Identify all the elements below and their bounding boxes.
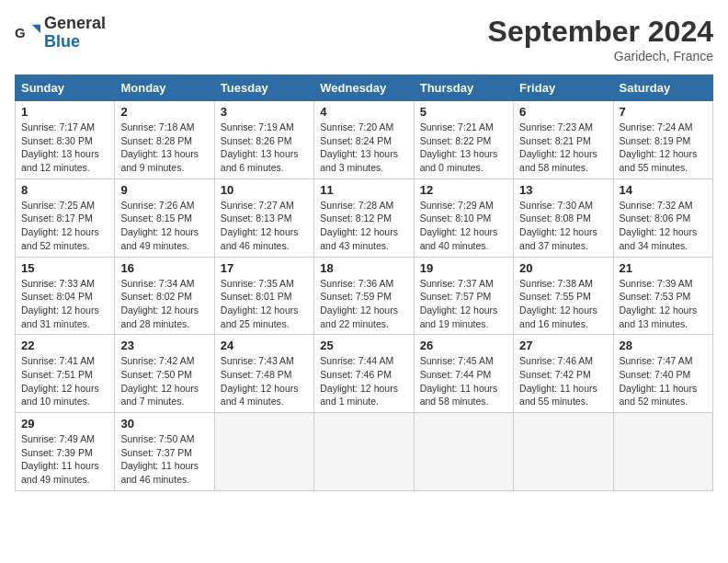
day-info: Sunrise: 7:29 AM Sunset: 8:10 PM Dayligh… xyxy=(420,199,507,253)
day-info: Sunrise: 7:23 AM Sunset: 8:21 PM Dayligh… xyxy=(519,121,607,175)
logo: G General Blue xyxy=(15,15,106,52)
calendar-day-cell: 9 Sunrise: 7:26 AM Sunset: 8:15 PM Dayli… xyxy=(115,178,214,257)
calendar-day-cell: 7 Sunrise: 7:24 AM Sunset: 8:19 PM Dayli… xyxy=(613,101,712,179)
calendar-day-cell: 5 Sunrise: 7:21 AM Sunset: 8:22 PM Dayli… xyxy=(414,101,513,179)
calendar-day-cell: 25 Sunrise: 7:44 AM Sunset: 7:46 PM Dayl… xyxy=(314,335,414,413)
col-header-friday: Friday xyxy=(514,75,613,101)
day-number: 1 xyxy=(21,105,108,119)
day-info: Sunrise: 7:39 AM Sunset: 7:53 PM Dayligh… xyxy=(620,277,707,331)
location: Garidech, France xyxy=(488,49,713,63)
calendar-day-cell: 15 Sunrise: 7:33 AM Sunset: 8:04 PM Dayl… xyxy=(16,257,115,335)
calendar-day-cell: 20 Sunrise: 7:38 AM Sunset: 7:55 PM Dayl… xyxy=(514,257,613,335)
day-number: 4 xyxy=(320,105,407,119)
calendar-week-row: 8 Sunrise: 7:25 AM Sunset: 8:17 PM Dayli… xyxy=(16,178,713,257)
day-info: Sunrise: 7:28 AM Sunset: 8:12 PM Dayligh… xyxy=(320,199,407,253)
day-number: 2 xyxy=(120,105,208,119)
calendar-day-cell: 30 Sunrise: 7:50 AM Sunset: 7:37 PM Dayl… xyxy=(115,413,214,491)
calendar-day-cell: 27 Sunrise: 7:46 AM Sunset: 7:42 PM Dayl… xyxy=(514,335,613,413)
calendar-week-row: 15 Sunrise: 7:33 AM Sunset: 8:04 PM Dayl… xyxy=(16,257,713,335)
day-number: 7 xyxy=(620,105,707,119)
day-number: 10 xyxy=(221,183,308,197)
col-header-wednesday: Wednesday xyxy=(314,75,414,101)
calendar-day-cell: 22 Sunrise: 7:41 AM Sunset: 7:51 PM Dayl… xyxy=(16,335,115,413)
calendar-day-cell: 28 Sunrise: 7:47 AM Sunset: 7:40 PM Dayl… xyxy=(613,335,712,413)
day-info: Sunrise: 7:21 AM Sunset: 8:22 PM Dayligh… xyxy=(420,121,507,175)
day-info: Sunrise: 7:44 AM Sunset: 7:46 PM Dayligh… xyxy=(320,354,407,408)
calendar-day-cell: 21 Sunrise: 7:39 AM Sunset: 7:53 PM Dayl… xyxy=(613,257,712,335)
calendar-day-cell: 8 Sunrise: 7:25 AM Sunset: 8:17 PM Dayli… xyxy=(16,178,115,257)
day-info: Sunrise: 7:20 AM Sunset: 8:24 PM Dayligh… xyxy=(320,121,407,175)
day-info: Sunrise: 7:27 AM Sunset: 8:13 PM Dayligh… xyxy=(221,199,308,253)
day-number: 22 xyxy=(21,339,108,352)
day-number: 19 xyxy=(420,261,507,275)
calendar-day-cell: 26 Sunrise: 7:45 AM Sunset: 7:44 PM Dayl… xyxy=(414,335,513,413)
day-number: 16 xyxy=(120,261,208,275)
calendar-day-cell: 14 Sunrise: 7:32 AM Sunset: 8:06 PM Dayl… xyxy=(613,178,712,257)
day-info: Sunrise: 7:38 AM Sunset: 7:55 PM Dayligh… xyxy=(519,277,607,331)
day-number: 29 xyxy=(21,417,108,431)
day-info: Sunrise: 7:41 AM Sunset: 7:51 PM Dayligh… xyxy=(21,354,108,408)
day-number: 25 xyxy=(320,339,407,352)
day-info: Sunrise: 7:32 AM Sunset: 8:06 PM Dayligh… xyxy=(620,199,707,253)
page-header: G General Blue September 2024 Garidech, … xyxy=(15,15,713,63)
svg-marker-1 xyxy=(32,24,40,32)
calendar-day-cell: 29 Sunrise: 7:49 AM Sunset: 7:39 PM Dayl… xyxy=(16,413,115,491)
calendar-day-cell xyxy=(214,413,313,491)
calendar-day-cell: 10 Sunrise: 7:27 AM Sunset: 8:13 PM Dayl… xyxy=(214,178,313,257)
day-number: 12 xyxy=(420,183,507,197)
calendar-day-cell: 17 Sunrise: 7:35 AM Sunset: 8:01 PM Dayl… xyxy=(214,257,313,335)
calendar-day-cell: 4 Sunrise: 7:20 AM Sunset: 8:24 PM Dayli… xyxy=(314,101,414,179)
day-number: 26 xyxy=(420,339,507,352)
logo-icon: G xyxy=(15,20,40,46)
day-number: 5 xyxy=(420,105,507,119)
title-block: September 2024 Garidech, France xyxy=(488,15,713,63)
calendar-day-cell xyxy=(414,413,513,491)
col-header-thursday: Thursday xyxy=(414,75,513,101)
day-number: 20 xyxy=(519,261,607,275)
day-number: 27 xyxy=(519,339,607,352)
day-info: Sunrise: 7:33 AM Sunset: 8:04 PM Dayligh… xyxy=(21,277,108,331)
day-info: Sunrise: 7:43 AM Sunset: 7:48 PM Dayligh… xyxy=(221,354,308,408)
day-info: Sunrise: 7:19 AM Sunset: 8:26 PM Dayligh… xyxy=(221,121,308,175)
day-number: 21 xyxy=(620,261,707,275)
month-title: September 2024 xyxy=(488,15,713,49)
day-info: Sunrise: 7:18 AM Sunset: 8:28 PM Dayligh… xyxy=(120,121,208,175)
logo-text: General Blue xyxy=(44,15,106,52)
day-info: Sunrise: 7:30 AM Sunset: 8:08 PM Dayligh… xyxy=(519,199,607,253)
day-info: Sunrise: 7:45 AM Sunset: 7:44 PM Dayligh… xyxy=(420,354,507,408)
calendar-day-cell: 1 Sunrise: 7:17 AM Sunset: 8:30 PM Dayli… xyxy=(16,101,115,179)
col-header-monday: Monday xyxy=(115,75,214,101)
day-number: 9 xyxy=(120,183,208,197)
calendar-day-cell: 13 Sunrise: 7:30 AM Sunset: 8:08 PM Dayl… xyxy=(514,178,613,257)
day-number: 14 xyxy=(620,183,707,197)
day-info: Sunrise: 7:35 AM Sunset: 8:01 PM Dayligh… xyxy=(221,277,308,331)
calendar-day-cell: 3 Sunrise: 7:19 AM Sunset: 8:26 PM Dayli… xyxy=(214,101,313,179)
calendar-day-cell: 24 Sunrise: 7:43 AM Sunset: 7:48 PM Dayl… xyxy=(214,335,313,413)
day-number: 11 xyxy=(320,183,407,197)
calendar-day-cell: 18 Sunrise: 7:36 AM Sunset: 7:59 PM Dayl… xyxy=(314,257,414,335)
day-number: 3 xyxy=(221,105,308,119)
calendar-week-row: 29 Sunrise: 7:49 AM Sunset: 7:39 PM Dayl… xyxy=(16,413,713,491)
calendar-table: SundayMondayTuesdayWednesdayThursdayFrid… xyxy=(15,75,713,491)
day-info: Sunrise: 7:26 AM Sunset: 8:15 PM Dayligh… xyxy=(120,199,208,253)
day-number: 13 xyxy=(519,183,607,197)
day-info: Sunrise: 7:50 AM Sunset: 7:37 PM Dayligh… xyxy=(120,432,208,487)
day-info: Sunrise: 7:25 AM Sunset: 8:17 PM Dayligh… xyxy=(21,199,108,253)
col-header-tuesday: Tuesday xyxy=(214,75,313,101)
day-info: Sunrise: 7:17 AM Sunset: 8:30 PM Dayligh… xyxy=(21,121,108,175)
calendar-day-cell: 19 Sunrise: 7:37 AM Sunset: 7:57 PM Dayl… xyxy=(414,257,513,335)
day-number: 28 xyxy=(620,339,707,352)
col-header-sunday: Sunday xyxy=(16,75,115,101)
svg-text:G: G xyxy=(15,24,26,40)
day-info: Sunrise: 7:36 AM Sunset: 7:59 PM Dayligh… xyxy=(320,277,407,331)
day-info: Sunrise: 7:49 AM Sunset: 7:39 PM Dayligh… xyxy=(21,432,108,487)
day-number: 15 xyxy=(21,261,108,275)
day-info: Sunrise: 7:24 AM Sunset: 8:19 PM Dayligh… xyxy=(620,121,707,175)
day-info: Sunrise: 7:37 AM Sunset: 7:57 PM Dayligh… xyxy=(420,277,507,331)
day-number: 18 xyxy=(320,261,407,275)
day-number: 23 xyxy=(120,339,208,352)
day-number: 17 xyxy=(221,261,308,275)
calendar-day-cell: 23 Sunrise: 7:42 AM Sunset: 7:50 PM Dayl… xyxy=(115,335,214,413)
calendar-day-cell xyxy=(314,413,414,491)
day-number: 6 xyxy=(519,105,607,119)
